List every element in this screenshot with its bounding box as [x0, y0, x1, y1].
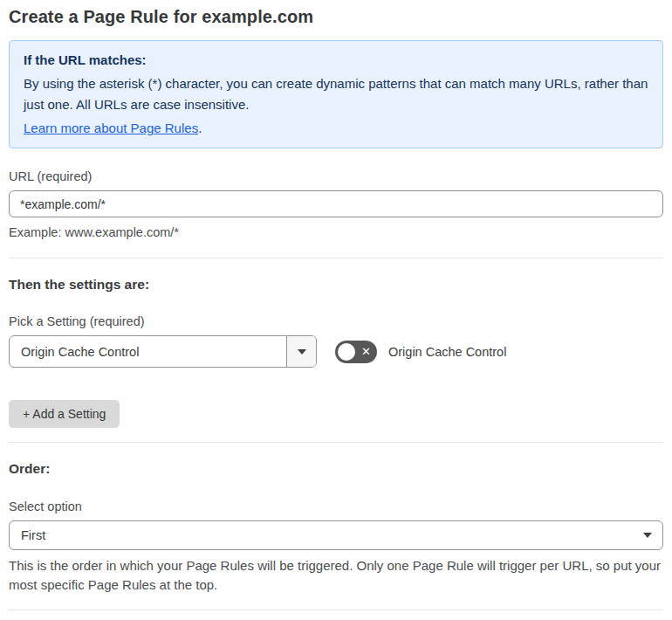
page-rule-form: Create a Page Rule for example.com If th…	[0, 0, 672, 620]
link-period: .	[198, 121, 202, 135]
url-field-label: URL (required)	[9, 169, 663, 183]
page-title: Create a Page Rule for example.com	[9, 7, 663, 27]
info-callout-heading: If the URL matches:	[24, 52, 648, 67]
info-callout-body: By using the asterisk (*) character, you…	[24, 73, 648, 115]
setting-select[interactable]: Origin Cache Control	[9, 335, 317, 368]
url-match-info-callout: If the URL matches: By using the asteris…	[9, 40, 663, 148]
origin-cache-control-toggle[interactable]: ✕	[335, 341, 377, 363]
url-input[interactable]	[9, 190, 663, 217]
divider	[9, 258, 663, 258]
setting-select-value: Origin Cache Control	[10, 336, 286, 367]
info-callout-link-line: Learn more about Page Rules.	[24, 121, 648, 135]
order-section-heading: Order:	[9, 461, 663, 477]
settings-section-heading: Then the settings are:	[9, 277, 663, 293]
order-select-arrow-cell	[633, 521, 662, 549]
chevron-down-icon	[643, 533, 652, 538]
order-select-value: First	[10, 521, 633, 549]
order-help-text: This is the order in which your Page Rul…	[9, 556, 663, 595]
order-select-label: Select option	[9, 499, 663, 513]
setting-row: Origin Cache Control ✕ Origin Cache Cont…	[9, 335, 663, 368]
toggle-knob	[338, 343, 355, 361]
pick-setting-label: Pick a Setting (required)	[9, 314, 663, 328]
setting-select-arrow-cell[interactable]	[286, 336, 316, 367]
add-setting-button[interactable]: + Add a Setting	[9, 400, 120, 428]
order-select[interactable]: First	[9, 520, 663, 550]
toggle-label: Origin Cache Control	[388, 345, 506, 359]
divider	[9, 610, 663, 610]
toggle-off-x-icon: ✕	[361, 341, 371, 363]
url-example-text: Example: www.example.com/*	[9, 225, 663, 239]
divider	[9, 442, 663, 443]
chevron-down-icon	[298, 349, 306, 355]
learn-more-link[interactable]: Learn more about Page Rules	[24, 121, 198, 135]
